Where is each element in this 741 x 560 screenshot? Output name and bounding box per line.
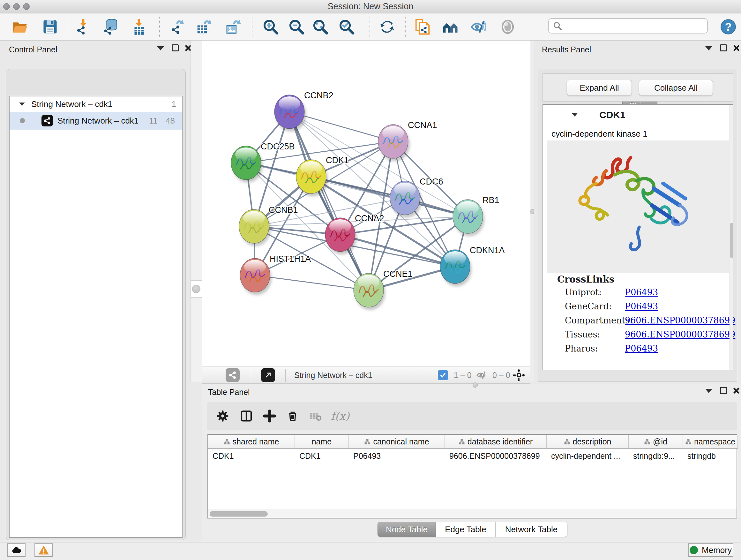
left-splitter-handle[interactable] bbox=[191, 280, 202, 298]
float-panel-icon[interactable] bbox=[720, 387, 727, 394]
node-label-CDK1: CDK1 bbox=[326, 155, 349, 165]
network-view-toolbar: String Network – cdk1 1 – 0 0 – 0 bbox=[202, 367, 530, 384]
separator bbox=[285, 369, 286, 382]
column-header--id[interactable]: @id bbox=[629, 435, 683, 448]
cdk1-card-header[interactable]: CDK1 bbox=[543, 105, 733, 125]
network-row-selected[interactable]: String Network – cdk1 11 48 bbox=[10, 112, 182, 130]
share-document-icon[interactable] bbox=[413, 17, 432, 36]
cell-canonical-name[interactable]: P06493 bbox=[349, 449, 445, 462]
grid-view-icon[interactable] bbox=[209, 369, 221, 381]
zoom-out-icon[interactable] bbox=[287, 17, 306, 36]
delete-table-icon[interactable] bbox=[307, 408, 324, 424]
open-view-icon[interactable] bbox=[261, 368, 275, 382]
help-icon[interactable]: ? bbox=[719, 17, 738, 36]
cloud-button[interactable] bbox=[7, 543, 25, 557]
horizontal-splitter-handle[interactable] bbox=[473, 382, 478, 388]
split-columns-icon[interactable] bbox=[238, 408, 255, 424]
selected-nodes-icon[interactable] bbox=[438, 370, 448, 380]
edge-CDK1-RB1[interactable] bbox=[311, 177, 468, 216]
cell-description[interactable]: cyclin-dependent ... bbox=[547, 449, 629, 462]
export-image-icon[interactable] bbox=[224, 17, 243, 36]
column-header-name[interactable]: name bbox=[295, 435, 349, 448]
pan-tool-icon[interactable] bbox=[512, 368, 526, 382]
export-network-icon[interactable] bbox=[169, 17, 187, 36]
crosslink-link[interactable]: 9606.ENSP00000378699 bbox=[625, 315, 735, 325]
crosslink-link[interactable]: P06493 bbox=[625, 344, 658, 354]
cell--id[interactable]: stringdb:9... bbox=[629, 449, 683, 462]
node-CDK1[interactable]: CDK1 bbox=[296, 155, 349, 196]
open-session-icon[interactable] bbox=[11, 17, 30, 36]
node-CDKN1A[interactable]: CDKN1A bbox=[440, 246, 505, 287]
network-status-dot bbox=[20, 118, 25, 123]
table-horizontal-scrollbar[interactable] bbox=[208, 509, 737, 518]
collapse-entry-icon[interactable] bbox=[572, 113, 578, 117]
import-table-icon[interactable] bbox=[130, 17, 148, 36]
network-collection-row[interactable]: String Network – cdk1 1 bbox=[10, 97, 182, 112]
panel-menu-icon[interactable] bbox=[157, 46, 164, 51]
column-header-namespace[interactable]: namespace bbox=[683, 435, 738, 448]
float-panel-icon[interactable] bbox=[172, 44, 179, 51]
collection-expand-icon[interactable] bbox=[19, 103, 25, 106]
zoom-in-icon[interactable] bbox=[261, 17, 280, 36]
shared-column-icon bbox=[459, 438, 465, 445]
inactive-orb-icon[interactable] bbox=[498, 17, 517, 36]
column-header-database-identifier[interactable]: database identifier bbox=[445, 435, 547, 448]
results-scrollbar-thumb[interactable] bbox=[730, 223, 733, 258]
network-canvas[interactable]: CCNB2CCNA1CDC25BCDK1CDC6RB1CCNB1CCNA2CDK… bbox=[202, 41, 530, 367]
gear-icon[interactable] bbox=[214, 408, 231, 424]
warning-button[interactable] bbox=[35, 543, 53, 557]
home-pages-icon[interactable] bbox=[441, 17, 460, 36]
results-panel-title: Results Panel bbox=[542, 45, 591, 54]
node-RB1[interactable]: RB1 bbox=[453, 195, 499, 236]
close-panel-icon[interactable] bbox=[732, 44, 740, 52]
float-panel-icon[interactable] bbox=[720, 44, 727, 51]
panel-menu-icon[interactable] bbox=[705, 46, 712, 51]
zoom-fit-icon[interactable] bbox=[311, 17, 330, 36]
crosslink-link[interactable]: P06493 bbox=[625, 287, 658, 297]
crosslink-link[interactable]: 9606.ENSP00000378699 bbox=[625, 329, 735, 339]
column-header-canonical-name[interactable]: canonical name bbox=[349, 435, 445, 448]
scrollbar-thumb[interactable] bbox=[210, 511, 268, 516]
search-input[interactable] bbox=[562, 21, 699, 30]
import-network-icon[interactable] bbox=[74, 17, 92, 36]
cell-namespace[interactable]: stringdb bbox=[683, 449, 738, 462]
node-CCNA1[interactable]: CCNA1 bbox=[378, 120, 437, 161]
tab-edge-table[interactable]: Edge Table bbox=[436, 522, 495, 537]
refresh-icon[interactable] bbox=[378, 17, 396, 36]
zoom-selected-icon[interactable] bbox=[337, 17, 356, 36]
memory-button[interactable]: Memory bbox=[688, 543, 733, 557]
string-view-icon[interactable] bbox=[226, 368, 240, 382]
node-label-CCNB1: CCNB1 bbox=[269, 205, 298, 215]
right-splitter[interactable] bbox=[530, 41, 534, 382]
table-row[interactable]: CDK1CDK1P064939606.ENSP00000378699cyclin… bbox=[208, 449, 738, 462]
node-CCNB1[interactable]: CCNB1 bbox=[239, 205, 298, 246]
panel-menu-icon[interactable] bbox=[705, 389, 712, 393]
results-scrollbar[interactable] bbox=[730, 105, 733, 370]
left-splitter[interactable] bbox=[191, 41, 202, 382]
delete-icon[interactable] bbox=[284, 408, 301, 424]
cell-name[interactable]: CDK1 bbox=[295, 449, 349, 462]
close-panel-icon[interactable] bbox=[732, 387, 740, 394]
add-column-icon[interactable] bbox=[261, 408, 278, 424]
node-CCNE1[interactable]: CCNE1 bbox=[354, 269, 413, 310]
function-builder-icon[interactable]: f(x) bbox=[326, 408, 354, 424]
cell-database-identifier[interactable]: 9606.ENSP00000378699 bbox=[445, 449, 547, 462]
toolbar-separator bbox=[369, 17, 370, 37]
column-header-description[interactable]: description bbox=[547, 435, 629, 448]
node-HIST1H1A[interactable]: HIST1H1A bbox=[240, 254, 311, 295]
cell-shared-name[interactable]: CDK1 bbox=[208, 449, 295, 462]
export-table-icon[interactable] bbox=[195, 17, 213, 36]
expand-all-button[interactable]: Expand All bbox=[567, 80, 632, 96]
edge-HIST1H1A-CCNE1[interactable] bbox=[255, 275, 368, 290]
column-header-shared-name[interactable]: shared name bbox=[208, 435, 295, 448]
search-field[interactable] bbox=[548, 18, 708, 34]
import-database-icon[interactable] bbox=[102, 17, 120, 36]
node-CDC25B[interactable]: CDC25B bbox=[231, 142, 295, 183]
table-panel-title: Table Panel bbox=[208, 388, 250, 397]
save-session-icon[interactable] bbox=[41, 17, 59, 36]
tab-network-table[interactable]: Network Table bbox=[495, 522, 567, 537]
hide-panel-icon[interactable] bbox=[469, 17, 487, 36]
crosslink-link[interactable]: P06493 bbox=[625, 301, 658, 311]
tab-node-table[interactable]: Node Table bbox=[378, 522, 436, 537]
collapse-all-button[interactable]: Collapse All bbox=[639, 80, 713, 96]
